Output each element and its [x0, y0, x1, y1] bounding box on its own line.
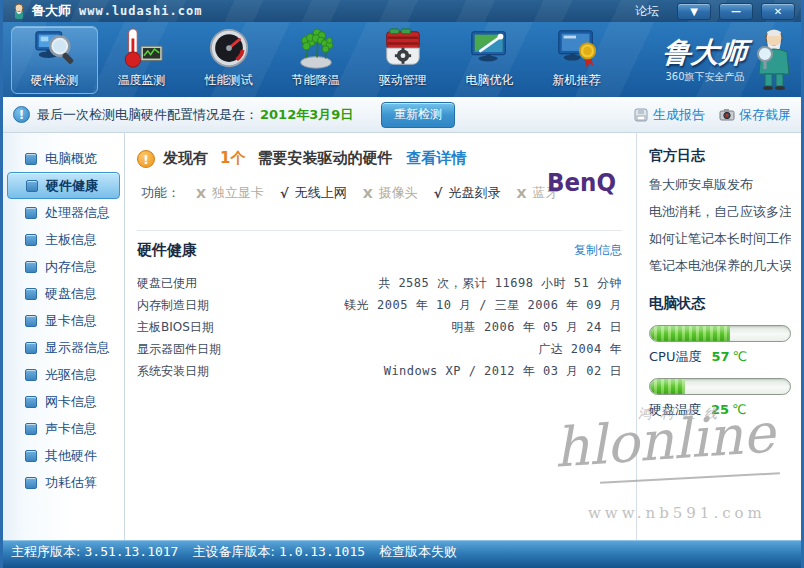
- close-button[interactable]: ✕: [761, 3, 795, 20]
- cpu-temp-track: [649, 325, 791, 342]
- sidebar-item-optical-drive-info[interactable]: 光驱信息: [3, 361, 124, 388]
- section-divider: [137, 230, 622, 231]
- tab-label: 新机推荐: [553, 72, 601, 89]
- health-section-title: 硬件健康: [137, 241, 197, 260]
- sidebar-item-pc-overview[interactable]: 电脑概览: [3, 145, 124, 172]
- cpu-temp-value: 57: [711, 349, 729, 364]
- list-square-icon: [25, 369, 37, 381]
- right-panel: 官方日志 鲁大师安卓版发布 电池消耗，自己应该多注意 如何让笔记本长时间工作 笔…: [636, 133, 801, 540]
- table-row: 主板BIOS日期明基 2006 年 05 月 24 日: [137, 316, 622, 338]
- list-square-icon: [25, 342, 37, 354]
- sidebar-item-hardware-health[interactable]: 硬件健康: [7, 172, 120, 199]
- benq-vendor-logo: BenQ: [547, 168, 616, 196]
- optimize-icon: [468, 27, 512, 71]
- sidebar-item-motherboard-info[interactable]: 主板信息: [3, 226, 124, 253]
- db-version-label: 主设备库版本:: [192, 544, 274, 559]
- sidebar-item-other-hardware[interactable]: 其他硬件: [3, 442, 124, 469]
- check-mark-icon: √: [434, 186, 443, 201]
- statusbar: 主程序版本: 3.51.13.1017 主设备库版本: 1.0.13.1015 …: [3, 540, 801, 568]
- news-link[interactable]: 笔记本电池保养的几大误区: [649, 259, 791, 273]
- sidebar-item-power-estimate[interactable]: 功耗估算: [3, 469, 124, 496]
- x-mark-icon: X: [196, 186, 206, 201]
- db-version-value: 1.0.13.1015: [279, 544, 365, 559]
- body-area: 电脑概览 硬件健康 处理器信息 主板信息 内存信息 硬盘信息 显卡信息 显示器信…: [3, 133, 801, 540]
- celsius-unit: ℃: [732, 402, 747, 417]
- tab-pc-optimize[interactable]: 电脑优化: [446, 26, 533, 94]
- feature-wifi: √无线上网: [280, 184, 347, 202]
- sidebar-item-cpu-info[interactable]: 处理器信息: [3, 199, 124, 226]
- mascot-icon: [751, 28, 795, 94]
- list-square-icon: [25, 288, 37, 300]
- sidebar-item-gpu-info[interactable]: 显卡信息: [3, 307, 124, 334]
- app-mascot-mini-icon: [11, 3, 27, 19]
- skin-menu-button[interactable]: ▼: [677, 3, 711, 20]
- recheck-button[interactable]: 重新检测: [381, 102, 455, 128]
- tab-driver-manage[interactable]: 驱动管理: [359, 26, 446, 94]
- brand-area: 鲁大师 360旗下安全产品: [663, 28, 795, 94]
- list-square-icon: [25, 450, 37, 462]
- tab-new-pc[interactable]: 新机推荐: [533, 26, 620, 94]
- new-pc-icon: [555, 27, 599, 71]
- minimize-button[interactable]: —: [719, 3, 753, 20]
- disk-temp-fill: [650, 379, 685, 394]
- news-link[interactable]: 电池消耗，自己应该多注意: [649, 205, 791, 219]
- tab-temperature-monitor[interactable]: 温度监测: [98, 26, 185, 94]
- sidebar-nav: 电脑概览 硬件健康 处理器信息 主板信息 内存信息 硬盘信息 显卡信息 显示器信…: [3, 133, 125, 540]
- tab-energy-save[interactable]: 节能降温: [272, 26, 359, 94]
- camera-icon: [719, 107, 735, 123]
- info-alert-icon: !: [13, 106, 30, 123]
- cpu-temp-label: CPU温度: [649, 349, 701, 364]
- tab-hardware-detect[interactable]: 硬件检测: [11, 26, 98, 94]
- list-square-icon: [25, 477, 37, 489]
- app-title: 鲁大师: [32, 2, 71, 20]
- disk-temp-label: 硬盘温度: [649, 402, 701, 417]
- minimize-icon: —: [731, 6, 741, 17]
- forum-link[interactable]: 论坛: [635, 3, 659, 20]
- official-log-title: 官方日志: [649, 147, 791, 165]
- view-details-link[interactable]: 查看详情: [406, 149, 466, 168]
- health-table: 硬盘已使用共 2585 次，累计 11698 小时 51 分钟 内存制造日期镁光…: [137, 272, 622, 382]
- sidebar-item-monitor-info[interactable]: 显示器信息: [3, 334, 124, 361]
- tab-label: 温度监测: [118, 72, 166, 89]
- table-row: 系统安装日期Windows XP / 2012 年 03 月 02 日: [137, 360, 622, 382]
- sidebar-item-sound-card-info[interactable]: 声卡信息: [3, 415, 124, 442]
- disk-temp-meter: 硬盘温度25℃: [649, 378, 791, 419]
- copy-info-link[interactable]: 复制信息: [574, 242, 622, 259]
- driver-alert-count: 1个: [220, 149, 245, 168]
- cpu-temp-meter: CPU温度57℃: [649, 325, 791, 366]
- tab-label: 电脑优化: [466, 72, 514, 89]
- app-window: 鲁大师 www.ludashi.com 论坛 ▼ — ✕ 硬件检测: [0, 0, 804, 568]
- tab-benchmark[interactable]: 性能测试: [185, 26, 272, 94]
- tab-label: 节能降温: [292, 72, 340, 89]
- driver-alert-row: ! 发现有 1个 需要安装驱动的硬件 查看详情: [137, 149, 622, 168]
- sidebar-item-memory-info[interactable]: 内存信息: [3, 253, 124, 280]
- list-square-icon: [25, 153, 37, 165]
- last-check-message: 最后一次检测电脑硬件配置情况是在：: [37, 106, 258, 124]
- hardware-detect-icon: [33, 27, 77, 71]
- save-screenshot-link[interactable]: 保存截屏: [719, 106, 791, 124]
- table-row: 硬盘已使用共 2585 次，累计 11698 小时 51 分钟: [137, 272, 622, 294]
- sidebar-item-disk-info[interactable]: 硬盘信息: [3, 280, 124, 307]
- report-icon: [633, 107, 649, 123]
- list-square-icon: [26, 180, 38, 192]
- celsius-unit: ℃: [733, 349, 748, 364]
- generate-report-link[interactable]: 生成报告: [633, 106, 705, 124]
- list-square-icon: [25, 423, 37, 435]
- main-toolbar: 硬件检测 温度监测 性能测试: [3, 22, 801, 97]
- list-square-icon: [25, 261, 37, 273]
- chevron-down-icon: ▼: [690, 6, 698, 17]
- disk-temp-track: [649, 378, 791, 395]
- list-square-icon: [25, 396, 37, 408]
- sidebar-item-network-card-info[interactable]: 网卡信息: [3, 388, 124, 415]
- energy-save-icon: [294, 27, 338, 71]
- app-url: www.ludashi.com: [79, 4, 202, 18]
- news-link[interactable]: 如何让笔记本长时间工作: [649, 232, 791, 246]
- pc-status-title: 电脑状态: [649, 295, 791, 313]
- check-mark-icon: √: [280, 186, 289, 201]
- driver-alert-suffix: 需要安装驱动的硬件: [257, 149, 392, 168]
- app-version-value: 3.51.13.1017: [85, 544, 179, 559]
- news-link[interactable]: 鲁大师安卓版发布: [649, 178, 791, 192]
- tab-label: 硬件检测: [31, 72, 79, 89]
- x-mark-icon: X: [516, 186, 526, 201]
- tab-label: 驱动管理: [379, 72, 427, 89]
